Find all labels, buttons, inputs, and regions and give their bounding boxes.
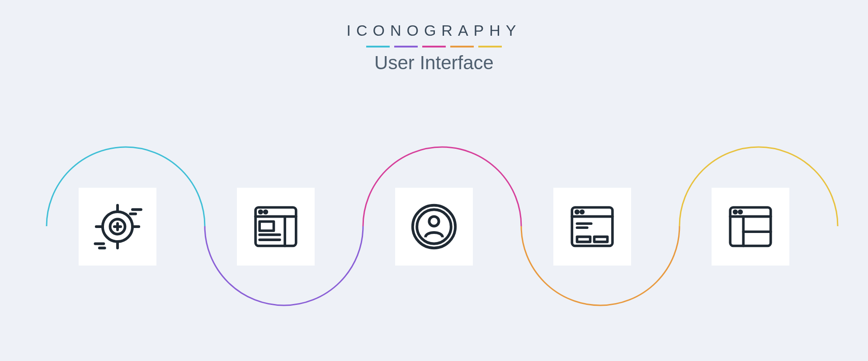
svg-rect-30 (594, 237, 607, 242)
page-title: ICONOGRAPHY (0, 22, 868, 39)
header: ICONOGRAPHY User Interface (0, 0, 868, 74)
icon-card (553, 188, 631, 266)
target-icon (91, 200, 144, 253)
svg-rect-17 (259, 222, 274, 231)
message-window-icon (567, 201, 618, 252)
svg-rect-29 (577, 237, 590, 242)
icon-card (237, 188, 315, 266)
icon-stage (0, 118, 868, 344)
page-subtitle: User Interface (0, 52, 868, 74)
layout-right-icon (250, 201, 301, 252)
svg-point-34 (739, 211, 742, 214)
icon-card (79, 188, 156, 266)
svg-point-26 (581, 211, 584, 214)
svg-point-14 (259, 211, 262, 214)
accent-divider (0, 46, 868, 48)
svg-point-33 (734, 211, 737, 214)
svg-point-25 (576, 211, 579, 214)
layout-left-icon (725, 201, 776, 252)
icon-row (0, 188, 868, 266)
user-circle-icon (407, 200, 461, 253)
icon-card (712, 188, 789, 266)
svg-point-15 (264, 211, 267, 214)
svg-point-22 (429, 217, 439, 226)
icon-card (395, 188, 473, 266)
